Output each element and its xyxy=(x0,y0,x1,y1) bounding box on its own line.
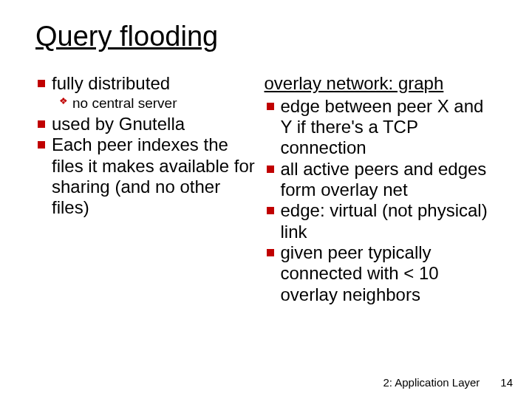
list-item: Each peer indexes the files it makes ava… xyxy=(35,134,257,218)
sub-list: no central server xyxy=(52,95,257,112)
right-column: overlay network: graph edge between peer… xyxy=(265,73,495,305)
footer-section: 2: Application Layer xyxy=(383,376,480,389)
sub-list-item: no central server xyxy=(59,95,257,112)
list-item: fully distributed no central server xyxy=(35,73,257,112)
list-item: edge between peer X and Y if there's a T… xyxy=(265,96,495,159)
page-number: 14 xyxy=(500,376,513,389)
list-item: all active peers and edges form overlay … xyxy=(265,159,495,201)
list-item: edge: virtual (not physical) link xyxy=(265,200,495,242)
slide-title: Query flooding xyxy=(35,21,497,52)
left-column: fully distributed no central server used… xyxy=(35,73,257,305)
list-item-text: fully distributed xyxy=(52,73,170,93)
list-item-text: used by Gnutella xyxy=(52,114,185,134)
content-columns: fully distributed no central server used… xyxy=(35,73,497,305)
right-list: edge between peer X and Y if there's a T… xyxy=(265,96,495,305)
left-list: fully distributed no central server used… xyxy=(35,73,257,219)
list-item: given peer typically connected with < 10… xyxy=(265,242,495,305)
list-item: used by Gnutella xyxy=(35,114,257,134)
list-item-text: Each peer indexes the files it makes ava… xyxy=(52,134,255,217)
footer: 2: Application Layer 14 xyxy=(383,376,513,389)
right-heading: overlay network: graph xyxy=(265,73,495,95)
